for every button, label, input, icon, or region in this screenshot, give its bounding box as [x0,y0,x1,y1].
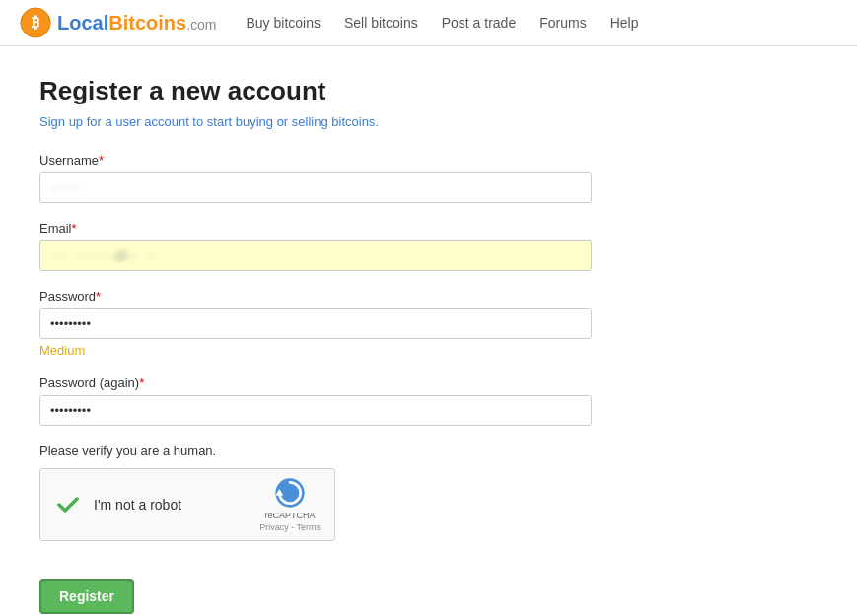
password-again-group: Password (again)* [39,376,710,426]
page-title: Register a new account [39,76,710,106]
email-group: Email* [39,221,710,271]
logo-text: LocalBitcoins.com [57,12,217,34]
captcha-group: Please verify you are a human. I'm not a… [39,444,710,541]
nav-sell-bitcoins[interactable]: Sell bitcoins [344,15,418,31]
email-label: Email* [39,221,710,236]
svg-text:₿: ₿ [32,14,39,31]
username-input[interactable] [39,172,592,203]
password-label: Password* [39,289,710,304]
checkmark-icon [54,491,82,518]
captcha-label: I'm not a robot [94,497,181,513]
logo-icon: ₿ [20,7,51,38]
captcha-section-label: Please verify you are a human. [39,444,710,458]
password-again-label: Password (again)* [39,376,710,390]
register-form: Username* Email* Password* Medium Passwo… [39,153,710,614]
captcha-box[interactable]: I'm not a robot reCAPTCHA Privacy - Term… [39,468,335,541]
logo[interactable]: ₿ LocalBitcoins.com [20,7,217,38]
nav-buy-bitcoins[interactable]: Buy bitcoins [247,15,321,31]
main-content: Register a new account Sign up for a use… [0,46,750,616]
nav-post-trade[interactable]: Post a trade [442,15,517,31]
recaptcha-logo-icon [274,477,306,509]
password-group: Password* Medium [39,289,710,358]
nav-help[interactable]: Help [610,15,639,31]
password-strength: Medium [39,343,710,358]
captcha-left: I'm not a robot [54,491,181,518]
captcha-checkmark [54,491,82,518]
page-subtitle: Sign up for a user account to start buyi… [39,114,710,129]
username-group: Username* [39,153,710,203]
recaptcha-label: reCAPTCHA [265,511,316,520]
site-header: ₿ LocalBitcoins.com Buy bitcoins Sell bi… [0,0,857,46]
register-button[interactable]: Register [39,579,134,614]
nav-forums[interactable]: Forums [539,15,586,31]
recaptcha-links: Privacy - Terms [259,522,321,532]
email-input[interactable] [39,240,592,271]
username-label: Username* [39,153,710,168]
main-nav: Buy bitcoins Sell bitcoins Post a trade … [247,15,639,31]
recaptcha-branding: reCAPTCHA Privacy - Terms [259,477,321,532]
password-input[interactable] [39,308,592,339]
password-again-input[interactable] [39,395,592,426]
